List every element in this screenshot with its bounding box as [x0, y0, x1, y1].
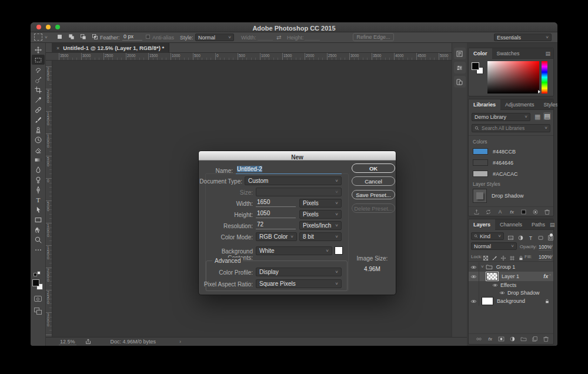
- fill-input[interactable]: 100%: [539, 254, 552, 261]
- default-swap-colors-icon[interactable]: [34, 271, 42, 278]
- tab-color[interactable]: Color: [469, 48, 492, 59]
- layer-fx-icon[interactable]: fx: [487, 333, 493, 344]
- cancel-button[interactable]: Cancel: [352, 176, 395, 186]
- shape-filter-icon[interactable]: [537, 232, 544, 243]
- vertical-ruler[interactable]: 2500200015001000500050010001500200025003…: [46, 61, 52, 337]
- library-select[interactable]: Demo Library˅: [472, 113, 530, 121]
- color-depth-select[interactable]: 8 bit˅: [299, 232, 342, 241]
- device-preview-panel-icon[interactable]: [454, 76, 466, 88]
- layer-row[interactable]: Effects: [469, 281, 553, 289]
- rectangle-tool[interactable]: [32, 215, 45, 225]
- color-mode-select[interactable]: RGB Color˅: [256, 232, 297, 241]
- brush-tool[interactable]: [32, 115, 45, 125]
- tab-channels[interactable]: Channels: [495, 219, 527, 230]
- crop-tool[interactable]: [32, 85, 45, 95]
- layer-mask-icon[interactable]: [498, 333, 505, 344]
- gradient-tool[interactable]: [32, 155, 45, 165]
- layer-row[interactable]: ˅Group 1: [469, 262, 553, 272]
- link-layers-icon[interactable]: [476, 333, 482, 344]
- tab-libraries[interactable]: Libraries: [469, 99, 500, 110]
- list-view-icon[interactable]: ▤: [543, 112, 551, 120]
- resolution-unit-select[interactable]: Pixels/Inch˅: [299, 221, 342, 230]
- window-titlebar[interactable]: Adobe Photoshop CC 2015: [31, 22, 557, 32]
- background-color-swatch[interactable]: [335, 246, 343, 255]
- refine-edge-button[interactable]: Refine Edge...: [353, 33, 394, 41]
- tab-styles[interactable]: Styles: [539, 99, 557, 110]
- save-preset-button[interactable]: Save Preset...: [352, 190, 395, 199]
- grid-view-icon[interactable]: ▦: [534, 113, 540, 121]
- move-tool[interactable]: [32, 45, 45, 55]
- panel-menu-icon[interactable]: ▤: [545, 51, 550, 56]
- resolution-input[interactable]: 72: [256, 221, 296, 229]
- height-input[interactable]: 1050: [256, 210, 296, 218]
- dialog-titlebar[interactable]: New: [199, 151, 396, 161]
- library-color-item[interactable]: #464646: [473, 157, 552, 168]
- hue-slider-arrow-icon[interactable]: [538, 90, 540, 94]
- layer-style-icon[interactable]: fx: [509, 206, 515, 217]
- color-saturation-field[interactable]: [487, 61, 539, 94]
- zoom-tool[interactable]: [32, 235, 45, 245]
- advanced-label[interactable]: Advanced: [212, 258, 243, 264]
- rectangular-marquee-tool[interactable]: [32, 55, 45, 65]
- layer-filter-select[interactable]: Kind˅: [471, 232, 504, 240]
- new-selection-icon[interactable]: [56, 34, 63, 40]
- group-expand-icon[interactable]: ˅: [481, 265, 484, 269]
- panel-menu-icon[interactable]: ▤: [550, 222, 555, 228]
- document-tab[interactable]: × Untitled-1 @ 12.5% (Layer 1, RGB/8*) *: [52, 43, 169, 53]
- pen-tool[interactable]: [32, 185, 45, 195]
- library-color-item[interactable]: #ACACAC: [473, 168, 552, 179]
- visibility-toggle[interactable]: [470, 273, 477, 279]
- layer-group-icon[interactable]: [520, 333, 527, 344]
- export-status-icon[interactable]: [85, 338, 92, 345]
- history-brush-tool[interactable]: [32, 135, 45, 145]
- character-style-icon[interactable]: A: [497, 206, 503, 217]
- document-type-select[interactable]: Custom˅: [245, 176, 342, 185]
- opacity-input[interactable]: 100%: [539, 244, 552, 251]
- screen-mode-icon[interactable]: [34, 308, 42, 315]
- quick-mask-icon[interactable]: [34, 296, 42, 302]
- layer-row[interactable]: Background: [469, 296, 553, 306]
- zoom-level-input[interactable]: 12.5%: [59, 339, 76, 345]
- feather-input[interactable]: 0 px: [122, 34, 142, 41]
- hand-tool[interactable]: [32, 225, 45, 235]
- lasso-tool[interactable]: [32, 65, 45, 75]
- dodge-tool[interactable]: [32, 175, 45, 185]
- status-chevron-icon[interactable]: ›: [179, 339, 181, 345]
- type-filter-icon[interactable]: T: [527, 232, 534, 243]
- edit-toolbar-tool[interactable]: [32, 245, 45, 255]
- tab-layers[interactable]: Layers: [469, 219, 495, 230]
- workspace-select[interactable]: Essentials˅: [494, 34, 552, 41]
- layer-thumbnail[interactable]: [486, 272, 498, 280]
- type-tool[interactable]: T: [32, 195, 45, 205]
- blend-mode-select[interactable]: Normal˅: [471, 242, 517, 250]
- color-profile-select[interactable]: Display˅: [256, 268, 342, 276]
- close-window-button[interactable]: [36, 25, 41, 29]
- quick-selection-tool[interactable]: [32, 75, 45, 85]
- history-panel-icon[interactable]: [454, 48, 466, 59]
- pixel-filter-icon[interactable]: [507, 232, 514, 243]
- width-input[interactable]: 1650: [256, 199, 296, 207]
- tool-preset-chevron-icon[interactable]: ˅: [45, 35, 48, 40]
- name-input[interactable]: Untitled-2: [236, 166, 342, 174]
- tool-preset-icon[interactable]: [34, 34, 42, 41]
- color-swatch-icon[interactable]: [520, 206, 527, 217]
- layer-row[interactable]: Drop Shadow: [469, 289, 553, 296]
- height-input[interactable]: [305, 34, 320, 41]
- delete-preset-button[interactable]: Delete Preset...: [352, 203, 395, 213]
- horizontal-ruler[interactable]: 3500300025002000150010005000500100015002…: [46, 53, 467, 61]
- layer-fx-badge[interactable]: fx: [543, 273, 548, 279]
- spot-healing-brush-tool[interactable]: [32, 105, 45, 115]
- ok-button[interactable]: OK: [352, 163, 395, 173]
- width-unit-select[interactable]: Pixels˅: [299, 199, 342, 208]
- delete-layer-icon[interactable]: [543, 333, 549, 344]
- upload-library-icon[interactable]: [473, 206, 480, 217]
- tab-swatches[interactable]: Swatches: [492, 48, 524, 59]
- filter-toggle-icon[interactable]: [550, 233, 553, 236]
- layer-thumbnail[interactable]: [482, 297, 493, 305]
- tab-adjustments[interactable]: Adjustments: [500, 99, 539, 110]
- zoom-window-button[interactable]: [55, 25, 60, 29]
- color-panel-swatches[interactable]: [472, 62, 485, 75]
- style-select[interactable]: Normal˅: [195, 34, 234, 41]
- fill-chevron-icon[interactable]: ˅: [550, 254, 553, 259]
- swap-dimensions-icon[interactable]: ⇄: [276, 34, 281, 41]
